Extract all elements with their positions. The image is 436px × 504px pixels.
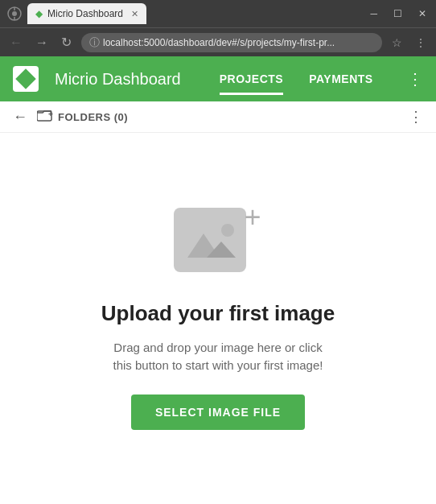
folders-label: FOLDERS (0) xyxy=(58,111,128,123)
upload-icon-container: + xyxy=(174,208,262,288)
upload-title: Upload your first image xyxy=(101,301,335,326)
upload-description: Drag and drop your image here or click t… xyxy=(105,339,331,375)
content-area: ← + FOLDERS (0) ⋮ xyxy=(0,101,436,504)
sub-toolbar: ← + FOLDERS (0) ⋮ xyxy=(0,101,436,133)
app-menu-button[interactable]: ⋮ xyxy=(407,69,423,89)
upload-area: + Upload your first image Drag and drop … xyxy=(0,133,436,504)
app-logo xyxy=(13,66,39,92)
folder-add-icon: + xyxy=(37,109,53,125)
add-image-icon: + xyxy=(238,203,267,232)
back-button[interactable]: ← xyxy=(6,34,26,52)
svg-text:+: + xyxy=(48,109,53,118)
forward-button[interactable]: → xyxy=(32,34,51,52)
content-more-button[interactable]: ⋮ xyxy=(409,108,423,126)
folders-button[interactable]: + FOLDERS (0) xyxy=(37,109,128,125)
select-image-button[interactable]: SELECT IMAGE FILE xyxy=(131,395,305,430)
nav-projects[interactable]: PROJECTS xyxy=(207,66,296,92)
browser-titlebar: ◆ Micrio Dashboard ✕ ─ ☐ ✕ xyxy=(0,0,436,27)
image-placeholder-icon xyxy=(174,208,246,272)
window-controls: ─ ☐ ✕ xyxy=(367,6,430,21)
tab-close-button[interactable]: ✕ xyxy=(131,9,138,19)
address-bar: ← → ↻ ⓘ localhost:5000/dashboard/dev#/s/… xyxy=(0,27,436,56)
browser-menu-icon[interactable]: ⋮ xyxy=(412,35,430,51)
minimize-button[interactable]: ─ xyxy=(367,6,380,21)
security-icon: ⓘ xyxy=(89,35,100,50)
url-bar[interactable]: ⓘ localhost:5000/dashboard/dev#/s/projec… xyxy=(81,33,382,52)
browser-icon xyxy=(6,6,23,22)
tab-bar: ◆ Micrio Dashboard ✕ xyxy=(27,3,362,24)
tab-title: Micrio Dashboard xyxy=(47,8,123,19)
logo-diamond-icon xyxy=(15,68,35,89)
bookmark-icon[interactable]: ☆ xyxy=(389,35,405,51)
content-back-button[interactable]: ← xyxy=(13,109,27,126)
svg-point-8 xyxy=(221,224,234,237)
refresh-button[interactable]: ↻ xyxy=(58,33,75,52)
active-tab[interactable]: ◆ Micrio Dashboard ✕ xyxy=(27,3,146,24)
url-text: localhost:5000/dashboard/dev#/s/projects… xyxy=(103,37,335,48)
svg-point-1 xyxy=(12,11,17,16)
app-navbar: Micrio Dashboard PROJECTS PAYMENTS ⋮ xyxy=(0,56,436,101)
close-window-button[interactable]: ✕ xyxy=(415,6,430,21)
app-nav-links: PROJECTS PAYMENTS xyxy=(207,66,394,92)
nav-payments[interactable]: PAYMENTS xyxy=(296,66,385,92)
maximize-button[interactable]: ☐ xyxy=(390,6,405,21)
app-title: Micrio Dashboard xyxy=(55,70,181,89)
